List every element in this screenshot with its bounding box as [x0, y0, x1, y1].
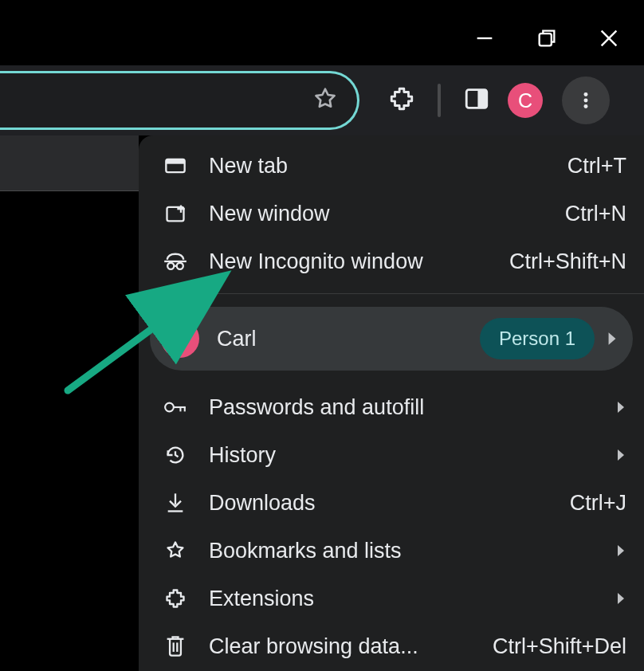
- star-icon: [156, 540, 194, 562]
- menu-separator: [139, 293, 644, 294]
- profile-row-initial: C: [172, 327, 188, 351]
- overflow-menu: New tab Ctrl+T New window Ctrl+N New Inc…: [139, 135, 644, 671]
- new-window-icon: [156, 203, 194, 224]
- extensions-menu-icon: [156, 587, 194, 610]
- svg-rect-5: [477, 90, 486, 108]
- page-content-hint: [0, 135, 139, 191]
- menu-item-label: Bookmarks and lists: [209, 539, 626, 563]
- chevron-right-icon: [615, 591, 626, 606]
- menu-item-new-tab[interactable]: New tab Ctrl+T: [139, 142, 644, 190]
- window-titlebar: [0, 0, 644, 65]
- side-panel-icon[interactable]: [463, 85, 490, 116]
- menu-item-new-window[interactable]: New window Ctrl+N: [139, 190, 644, 237]
- menu-item-extensions[interactable]: Extensions: [139, 575, 644, 622]
- menu-item-bookmarks[interactable]: Bookmarks and lists: [139, 527, 644, 575]
- profile-person-badge: Person 1: [480, 318, 595, 359]
- menu-item-shortcut: Ctrl+J: [570, 491, 626, 516]
- trash-icon: [156, 634, 194, 658]
- menu-item-shortcut: Ctrl+N: [565, 202, 626, 226]
- menu-item-incognito[interactable]: New Incognito window Ctrl+Shift+N: [139, 237, 644, 285]
- menu-item-label: New Incognito window: [209, 249, 509, 274]
- chevron-right-icon: [615, 448, 626, 462]
- menu-item-history[interactable]: History: [139, 431, 644, 479]
- chevron-right-icon: [606, 331, 618, 347]
- menu-item-label: New window: [209, 202, 565, 226]
- svg-rect-10: [166, 159, 184, 164]
- svg-point-7: [584, 99, 588, 103]
- chevron-right-icon: [615, 400, 626, 414]
- chevron-right-icon: [615, 543, 626, 558]
- svg-point-18: [165, 403, 174, 412]
- minimize-button[interactable]: [473, 27, 496, 49]
- svg-rect-1: [540, 33, 552, 45]
- bookmark-star-icon[interactable]: [312, 86, 338, 115]
- profile-avatar[interactable]: C: [508, 83, 543, 118]
- close-button[interactable]: [598, 27, 620, 49]
- download-icon: [156, 492, 194, 514]
- svg-point-15: [167, 263, 174, 269]
- toolbar-separator: [438, 84, 441, 117]
- svg-point-8: [584, 104, 588, 108]
- profile-name: Carl: [217, 327, 480, 351]
- menu-item-label: History: [209, 443, 626, 468]
- menu-item-label: Clear browsing data...: [209, 634, 493, 659]
- profile-row-avatar: C: [161, 320, 199, 358]
- profile-avatar-initial: C: [518, 89, 532, 112]
- key-icon: [156, 398, 194, 416]
- menu-item-label: Passwords and autofill: [209, 395, 626, 420]
- tab-icon: [156, 156, 194, 175]
- browser-toolbar: C: [0, 65, 644, 135]
- menu-item-clear-data[interactable]: Clear browsing data... Ctrl+Shift+Del: [139, 622, 644, 670]
- extensions-icon[interactable]: [388, 85, 415, 116]
- menu-item-label: Downloads: [209, 491, 570, 516]
- svg-point-6: [584, 92, 588, 96]
- menu-item-profile[interactable]: C Carl Person 1: [150, 307, 633, 371]
- history-icon: [156, 444, 194, 466]
- menu-item-passwords[interactable]: Passwords and autofill: [139, 383, 644, 431]
- overflow-menu-button[interactable]: [562, 77, 610, 124]
- menu-item-label: New tab: [209, 154, 567, 179]
- svg-point-16: [177, 263, 183, 269]
- menu-item-downloads[interactable]: Downloads Ctrl+J: [139, 479, 644, 527]
- menu-item-label: Extensions: [209, 587, 626, 611]
- incognito-icon: [156, 251, 194, 272]
- menu-item-shortcut: Ctrl+Shift+Del: [493, 634, 626, 659]
- omnibox[interactable]: [0, 71, 359, 130]
- menu-item-shortcut: Ctrl+Shift+N: [509, 249, 626, 274]
- maximize-button[interactable]: [536, 27, 558, 49]
- menu-item-shortcut: Ctrl+T: [567, 154, 626, 179]
